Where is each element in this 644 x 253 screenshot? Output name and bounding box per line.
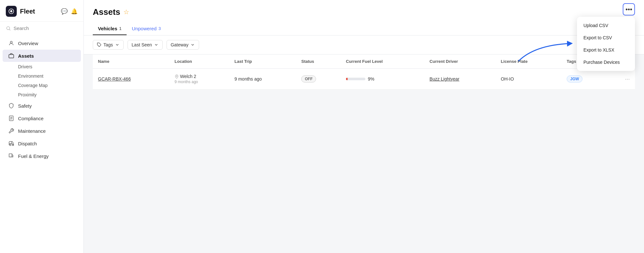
sidebar-item-dispatch[interactable]: Dispatch bbox=[3, 137, 81, 150]
location-pin-icon bbox=[175, 74, 179, 79]
proximity-label: Proximity bbox=[18, 92, 37, 97]
fuel-bar-fill bbox=[346, 78, 348, 80]
assets-icon bbox=[8, 53, 14, 59]
environment-label: Environment bbox=[18, 73, 43, 79]
assets-table: Name Location Last Trip Status Current F… bbox=[93, 54, 635, 90]
driver-link[interactable]: Buzz Lightyear bbox=[429, 76, 459, 82]
status-badge: OFF bbox=[301, 75, 316, 83]
location-sub: 9 months ago bbox=[175, 80, 224, 84]
more-options-button[interactable]: ••• bbox=[623, 3, 635, 15]
fuel-info: 9% bbox=[346, 76, 419, 82]
page-title: Assets bbox=[93, 7, 120, 17]
main-content: Assets ☆ ••• Vehicles 1 Unpowered 3 Tags bbox=[84, 0, 644, 253]
upload-csv-item[interactable]: Upload CSV bbox=[577, 19, 635, 32]
fleet-logo bbox=[6, 6, 17, 17]
fuel-bar-background bbox=[346, 78, 365, 80]
col-driver: Current Driver bbox=[424, 54, 495, 69]
sidebar-item-maintenance[interactable]: Maintenance bbox=[3, 125, 81, 137]
unpowered-tab-label: Unpowered bbox=[132, 26, 157, 31]
tags-filter-label: Tags bbox=[103, 42, 113, 47]
app-title: Fleet bbox=[20, 8, 35, 15]
sidebar-nav: Overview Assets Drivers Environment Cove… bbox=[0, 35, 83, 253]
vehicles-tab-label: Vehicles bbox=[98, 26, 117, 31]
col-license: License Plate bbox=[496, 54, 562, 69]
chevron-down-icon bbox=[115, 43, 120, 47]
compliance-label: Compliance bbox=[18, 116, 43, 121]
chat-icon[interactable]: 💬 bbox=[61, 8, 68, 15]
col-fuel: Current Fuel Level bbox=[341, 54, 425, 69]
search-bar[interactable]: Search bbox=[0, 22, 83, 35]
col-location: Location bbox=[169, 54, 229, 69]
dispatch-icon bbox=[8, 141, 14, 146]
sidebar-item-environment[interactable]: Environment bbox=[3, 72, 81, 81]
maintenance-label: Maintenance bbox=[18, 128, 46, 134]
sidebar-header: Fleet 💬 🔔 bbox=[0, 0, 83, 22]
svg-point-10 bbox=[10, 144, 11, 146]
export-xlsx-item[interactable]: Export to XLSX bbox=[577, 44, 635, 56]
last-seen-filter-button[interactable]: Last Seen bbox=[128, 40, 163, 50]
unpowered-tab-count: 3 bbox=[159, 26, 161, 31]
ellipsis-icon: ••• bbox=[625, 6, 632, 13]
purchase-devices-item[interactable]: Purchase Devices bbox=[577, 56, 635, 68]
safety-label: Safety bbox=[18, 103, 32, 109]
favorite-icon[interactable]: ☆ bbox=[123, 8, 129, 16]
col-status: Status bbox=[296, 54, 341, 69]
status-cell: OFF bbox=[296, 69, 341, 90]
export-csv-item[interactable]: Export to CSV bbox=[577, 32, 635, 44]
svg-point-2 bbox=[7, 26, 10, 29]
vehicles-tab-count: 1 bbox=[119, 26, 121, 31]
license-plate-cell: OH-IO bbox=[496, 69, 562, 90]
sidebar-item-overview[interactable]: Overview bbox=[3, 37, 81, 49]
overview-icon bbox=[8, 40, 14, 46]
compliance-icon bbox=[8, 115, 14, 121]
sidebar-item-coverage-map[interactable]: Coverage Map bbox=[3, 81, 81, 90]
svg-point-1 bbox=[11, 11, 12, 12]
fuel-energy-label: Fuel & Energy bbox=[18, 153, 49, 159]
coverage-map-label: Coverage Map bbox=[18, 83, 48, 88]
gateway-filter-label: Gateway bbox=[171, 42, 188, 47]
sidebar-item-drivers[interactable]: Drivers bbox=[3, 62, 81, 71]
svg-rect-5 bbox=[9, 54, 14, 58]
tabs: Vehicles 1 Unpowered 3 bbox=[93, 23, 635, 35]
header-icons: 💬 🔔 bbox=[61, 8, 78, 15]
fuel-cell: 9% bbox=[341, 69, 425, 90]
svg-point-4 bbox=[10, 41, 12, 43]
asset-name-link[interactable]: GCAR-RBX-466 bbox=[98, 76, 131, 82]
table-header-row: Name Location Last Trip Status Current F… bbox=[93, 54, 635, 69]
asset-name-cell: GCAR-RBX-466 bbox=[93, 69, 169, 90]
shield-icon bbox=[8, 103, 14, 109]
tab-unpowered[interactable]: Unpowered 3 bbox=[127, 23, 166, 35]
svg-line-3 bbox=[9, 29, 10, 30]
gateway-filter-button[interactable]: Gateway bbox=[167, 40, 199, 50]
svg-point-18 bbox=[176, 75, 177, 76]
dropdown-menu: Upload CSV Export to CSV Export to XLSX … bbox=[577, 17, 635, 71]
tag-icon bbox=[97, 43, 101, 47]
row-more-button[interactable]: ··· bbox=[608, 69, 635, 90]
sidebar-item-fuel-energy[interactable]: Fuel & Energy bbox=[3, 150, 81, 162]
sidebar: Fleet 💬 🔔 Search Overview Assets Dr bbox=[0, 0, 84, 253]
fuel-pct-label: 9% bbox=[368, 76, 374, 82]
tag-badge: JGW bbox=[567, 75, 582, 83]
fuel-icon bbox=[8, 153, 14, 159]
dispatch-label: Dispatch bbox=[18, 141, 37, 146]
sidebar-item-compliance[interactable]: Compliance bbox=[3, 112, 81, 124]
main-header: Assets ☆ ••• Vehicles 1 Unpowered 3 bbox=[84, 0, 644, 35]
assets-label: Assets bbox=[18, 53, 34, 59]
location-cell: Welch 2 9 months ago bbox=[169, 69, 229, 90]
drivers-label: Drivers bbox=[18, 64, 32, 69]
sidebar-item-assets[interactable]: Assets bbox=[3, 50, 81, 62]
tags-cell: JGW bbox=[562, 69, 608, 90]
filters-row: Tags Last Seen Gateway Search veh... bbox=[84, 35, 644, 54]
wrench-icon bbox=[8, 128, 14, 134]
last-trip-cell: 9 months ago bbox=[229, 69, 296, 90]
sidebar-item-proximity[interactable]: Proximity bbox=[3, 90, 81, 99]
chevron-down-icon2 bbox=[154, 43, 159, 47]
tags-filter-button[interactable]: Tags bbox=[93, 40, 124, 50]
location-name: Welch 2 bbox=[175, 74, 224, 79]
search-label: Search bbox=[14, 25, 29, 31]
tab-vehicles[interactable]: Vehicles 1 bbox=[93, 23, 127, 35]
chevron-down-icon3 bbox=[190, 43, 195, 47]
location-info: Welch 2 9 months ago bbox=[175, 74, 224, 84]
bell-icon[interactable]: 🔔 bbox=[71, 8, 78, 15]
sidebar-item-safety[interactable]: Safety bbox=[3, 100, 81, 112]
